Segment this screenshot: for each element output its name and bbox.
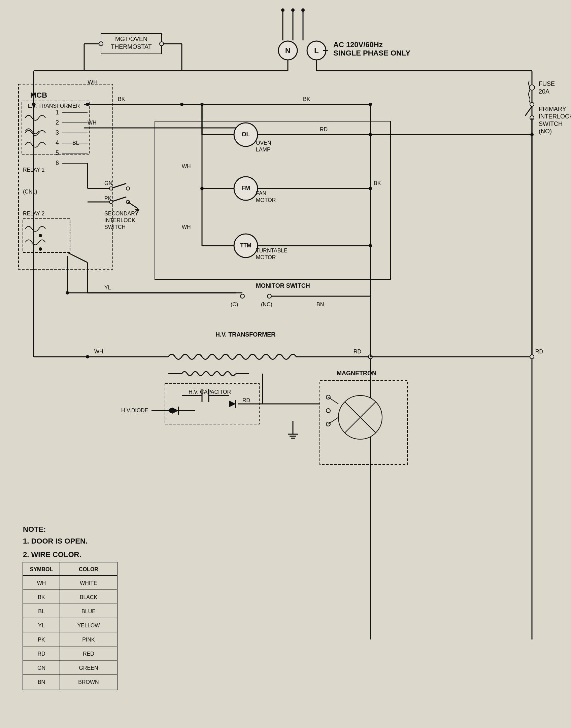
wh-label-4: WH xyxy=(182,224,191,230)
hv-transformer-label: H.V. TRANSFORMER xyxy=(215,331,275,338)
bk-color: BLACK xyxy=(80,594,98,600)
primary-interlock-label3: SWITCH xyxy=(539,120,563,127)
sec-interlock-label: SECONDARY xyxy=(104,211,138,216)
svg-point-141 xyxy=(86,355,89,358)
svg-point-140 xyxy=(86,103,89,106)
note-1: 1. DOOR IS OPEN. xyxy=(23,537,88,545)
ol-symbol: OL xyxy=(242,131,250,138)
page: N L AC 120V/60Hz SINGLE PHASE ONLY MGT/O… xyxy=(0,0,571,728)
fuse-value: 20A xyxy=(539,88,549,95)
note-2: 2. WIRE COLOR. xyxy=(23,550,81,559)
lv-transformer-label: L.V. TRANSFORMER xyxy=(28,103,80,109)
svg-point-139 xyxy=(369,103,372,106)
bk-label-fan: BK xyxy=(374,180,381,186)
yl-label: YL xyxy=(104,285,111,290)
bl-color: BLUE xyxy=(81,609,96,614)
bk-symbol: BK xyxy=(38,594,45,600)
color-header: COLOR xyxy=(79,566,98,572)
gn-symbol: GN xyxy=(37,665,45,671)
bl-label: BL xyxy=(72,140,79,146)
bl-symbol: BL xyxy=(38,609,45,614)
monitor-switch-label: MONITOR SWITCH xyxy=(256,282,310,289)
primary-interlock-label2: INTERLOCK xyxy=(539,113,571,120)
mgt-thermostat-label2: THERMOSTAT xyxy=(111,43,152,50)
svg-point-21 xyxy=(99,42,103,46)
wiring-diagram: N L AC 120V/60Hz SINGLE PHASE ONLY MGT/O… xyxy=(0,0,571,728)
bn-color: BROWN xyxy=(78,679,99,685)
primary-interlock-label4: (NO) xyxy=(539,128,552,135)
bk-label-top2: BK xyxy=(303,96,310,102)
ac-voltage-label: AC 120V/60Hz xyxy=(333,40,383,49)
wh-label-3: WH xyxy=(182,164,191,169)
svg-point-22 xyxy=(160,42,164,46)
svg-point-71 xyxy=(267,294,271,298)
svg-point-104 xyxy=(326,409,330,413)
svg-point-26 xyxy=(530,102,534,106)
fuse-label: FUSE xyxy=(539,80,555,87)
svg-point-94 xyxy=(170,409,174,413)
cn1-label: (CN1) xyxy=(23,189,37,195)
svg-point-132 xyxy=(66,291,69,294)
bk-label-top: BK xyxy=(118,96,125,102)
bn-symbol: BN xyxy=(38,679,45,685)
terminal-6: 6 xyxy=(56,160,59,166)
svg-point-56 xyxy=(109,187,113,190)
turntable-label2: MOTOR xyxy=(256,254,276,260)
mcb-label: MCB xyxy=(30,91,47,99)
note-title: NOTE: xyxy=(23,525,46,533)
svg-point-39 xyxy=(39,247,42,251)
yl-color: YELLOW xyxy=(77,623,100,628)
svg-point-5 xyxy=(291,8,295,12)
svg-text:L: L xyxy=(314,46,318,55)
hv-diode-label: H.V.DIODE xyxy=(121,408,148,413)
phase-label: SINGLE PHASE ONLY xyxy=(333,49,410,57)
gn-label: GN xyxy=(104,180,112,186)
oven-lamp-label2: LAMP xyxy=(256,147,271,152)
wh-label-2: WH xyxy=(88,120,97,126)
ttm-symbol: TTM xyxy=(240,243,251,248)
yl-symbol: YL xyxy=(38,623,45,628)
svg-point-4 xyxy=(281,8,284,12)
rd-symbol: RD xyxy=(37,651,45,657)
fan-motor-label: FAN xyxy=(256,190,266,196)
svg-point-59 xyxy=(109,200,113,204)
wh-symbol: WH xyxy=(37,580,46,586)
fan-motor-label2: MOTOR xyxy=(256,197,276,203)
svg-rect-0 xyxy=(0,0,571,728)
svg-point-138 xyxy=(530,355,534,359)
hv-capacitor-label: H.V. CAPACITOR xyxy=(189,389,231,395)
c-label: (C) xyxy=(231,302,238,307)
bn-label: BN xyxy=(316,302,324,307)
oven-lamp-label: OVEN xyxy=(256,140,271,146)
turntable-label: TURNTABLE xyxy=(256,248,288,253)
svg-point-57 xyxy=(126,187,130,190)
terminal-1: 1 xyxy=(56,109,59,116)
rd-label-hv: RD xyxy=(354,349,361,354)
terminal-4: 4 xyxy=(56,139,59,146)
nc-label: (NC) xyxy=(261,302,272,307)
rd-color: RED xyxy=(83,651,94,657)
rd-label-cap: RD xyxy=(242,397,250,403)
pk-symbol: PK xyxy=(38,637,45,643)
terminal-2: 2 xyxy=(56,119,59,126)
magnetron-label: MAGNETRON xyxy=(337,370,376,377)
pk-color: PINK xyxy=(82,637,95,643)
terminal-5: 5 xyxy=(56,149,59,156)
wh-label-hv: WH xyxy=(94,349,103,354)
svg-text:N: N xyxy=(285,46,291,55)
sec-interlock-label3: SWITCH xyxy=(104,224,126,230)
svg-point-6 xyxy=(301,8,305,12)
svg-point-143 xyxy=(180,103,183,106)
svg-point-142 xyxy=(32,103,35,106)
svg-point-38 xyxy=(39,234,42,237)
primary-interlock-label: PRIMARY xyxy=(539,106,566,112)
svg-point-70 xyxy=(240,294,244,298)
gn-color: GREEN xyxy=(79,665,98,671)
rd-label-right: RD xyxy=(535,349,543,354)
mgt-thermostat-label: MGT/OVEN xyxy=(115,36,147,42)
wh-color: WHITE xyxy=(80,580,97,586)
terminal-3: 3 xyxy=(56,129,59,136)
rd-label-1: RD xyxy=(320,127,328,132)
fm-symbol: FM xyxy=(241,185,250,192)
symbol-header: SYMBOL xyxy=(30,566,53,572)
